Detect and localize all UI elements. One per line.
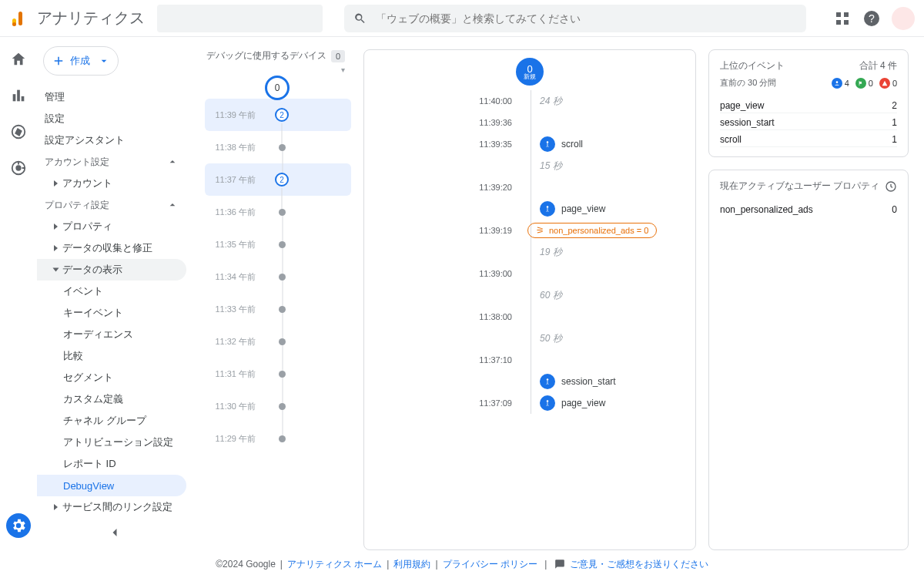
minute-row[interactable]: 11:30 午前 bbox=[205, 390, 351, 422]
svg-rect-11 bbox=[22, 96, 25, 101]
minute-time: 11:39 午前 bbox=[205, 109, 256, 121]
minute-dot bbox=[279, 241, 286, 248]
minute-row[interactable]: 11:36 午前 bbox=[205, 196, 351, 228]
top-event-row[interactable]: page_view2 bbox=[720, 96, 897, 113]
event-name: page_view bbox=[561, 398, 605, 408]
minute-row[interactable]: 11:32 午前 bbox=[205, 325, 351, 358]
stream-row: 11:38:00 bbox=[517, 306, 683, 328]
footer-home-link[interactable]: アナリティクス ホーム bbox=[287, 558, 382, 571]
search-icon bbox=[353, 12, 367, 25]
error-icon bbox=[882, 80, 888, 86]
chip-user[interactable]: 4 bbox=[832, 78, 849, 89]
nav-debugview[interactable]: DebugView bbox=[37, 475, 186, 496]
svg-rect-10 bbox=[17, 90, 20, 102]
app-title: アナリティクス bbox=[37, 8, 145, 29]
stream-timestamp: 11:39:20 bbox=[474, 183, 512, 192]
chip-flag[interactable]: 0 bbox=[855, 78, 873, 89]
property-selector[interactable] bbox=[157, 5, 323, 32]
stream-gap: 50 秒 bbox=[540, 332, 562, 345]
rail-ads-icon[interactable] bbox=[10, 160, 27, 179]
footer-feedback-link[interactable]: ご意見・ご感想をお送りください bbox=[570, 558, 708, 571]
user-property-pill[interactable]: ⚞non_personalized_ads = 0 bbox=[527, 223, 657, 238]
minute-dot bbox=[279, 403, 286, 410]
nav-data-display[interactable]: データの表示 bbox=[37, 259, 186, 281]
plus-icon bbox=[52, 54, 65, 68]
right-column: 上位のイベント 合計 4 件 直前の 30 分間 4 0 0 page_view… bbox=[708, 49, 909, 550]
user-property-row[interactable]: non_personalized_ads0 bbox=[720, 200, 897, 217]
debug-device-selector[interactable]: デバッグに使用するデバイス 0 bbox=[205, 49, 351, 62]
footer-privacy-link[interactable]: プライバシー ポリシー bbox=[443, 558, 537, 571]
stream-row[interactable]: page_view bbox=[517, 198, 683, 220]
stream-row[interactable]: 11:39:35scroll bbox=[517, 133, 683, 155]
feedback-icon bbox=[554, 559, 565, 570]
nav-segments[interactable]: セグメント bbox=[37, 367, 186, 388]
minute-row[interactable]: 11:29 午前 bbox=[205, 422, 351, 455]
nav-service-links[interactable]: サービス間のリンク設定 bbox=[37, 496, 186, 518]
help-icon[interactable]: ? bbox=[862, 9, 881, 28]
stream-row: 11:39:36 bbox=[517, 112, 683, 133]
apps-icon[interactable] bbox=[833, 9, 852, 28]
nav-custom-def[interactable]: カスタム定義 bbox=[37, 388, 186, 410]
svg-point-19 bbox=[835, 81, 838, 83]
minute-row[interactable]: 11:33 午前 bbox=[205, 293, 351, 325]
stream-row[interactable]: 11:37:09page_view bbox=[517, 392, 683, 414]
svg-rect-1 bbox=[18, 12, 22, 25]
rail-admin-icon[interactable] bbox=[6, 513, 31, 538]
event-name: session_start bbox=[561, 376, 616, 387]
minute-dot bbox=[279, 209, 286, 216]
nav-account-settings-header[interactable]: アカウント設定 bbox=[37, 151, 186, 173]
nav-property[interactable]: プロパティ bbox=[37, 216, 186, 237]
event-name: scroll bbox=[561, 139, 583, 150]
stream-row[interactable]: 11:39:19⚞non_personalized_ads = 0 bbox=[517, 220, 683, 241]
chip-error[interactable]: 0 bbox=[879, 78, 897, 89]
rail-reports-icon[interactable] bbox=[10, 87, 27, 106]
nav-audiences[interactable]: オーディエンス bbox=[37, 324, 186, 345]
main-content: デバッグに使用するデバイス 0 ▾ 0 11:39 午前211:38 午前11:… bbox=[192, 37, 924, 550]
nav-data-collection[interactable]: データの収集と修正 bbox=[37, 237, 186, 259]
create-button[interactable]: 作成 bbox=[43, 46, 119, 76]
minute-row[interactable]: 11:38 午前 bbox=[205, 131, 351, 163]
nav-attribution[interactable]: アトリビューション設定 bbox=[37, 432, 186, 453]
minute-time: 11:37 午前 bbox=[205, 174, 256, 186]
minute-dot bbox=[279, 435, 286, 442]
person-icon bbox=[834, 80, 840, 86]
nav-account[interactable]: アカウント bbox=[37, 173, 186, 194]
rail-home-icon[interactable] bbox=[10, 51, 27, 70]
collapse-sidenav-button[interactable] bbox=[37, 525, 192, 543]
top-event-count: 1 bbox=[892, 134, 897, 145]
nav-compare[interactable]: 比較 bbox=[37, 345, 186, 367]
history-icon[interactable] bbox=[885, 180, 897, 193]
nav-channel-groups[interactable]: チャネル グループ bbox=[37, 410, 186, 432]
top-event-name: scroll bbox=[720, 134, 742, 145]
minute-row[interactable]: 11:31 午前 bbox=[205, 358, 351, 390]
triangle-right-icon bbox=[54, 504, 58, 510]
minute-dot bbox=[279, 371, 286, 378]
top-event-row[interactable]: session_start1 bbox=[720, 113, 897, 130]
nav-events[interactable]: イベント bbox=[37, 281, 186, 302]
debug-device-dropdown-icon[interactable]: ▾ bbox=[205, 66, 351, 74]
stream-row[interactable]: session_start bbox=[517, 371, 683, 392]
avatar[interactable] bbox=[892, 7, 915, 30]
minute-row[interactable]: 11:34 午前 bbox=[205, 260, 351, 293]
nav-admin[interactable]: 管理 bbox=[37, 86, 186, 108]
minute-row[interactable]: 11:39 午前2 bbox=[205, 99, 351, 131]
nav-settings[interactable]: 設定 bbox=[37, 108, 186, 129]
top-event-row[interactable]: scroll1 bbox=[720, 130, 897, 147]
nav-report-id[interactable]: レポート ID bbox=[37, 453, 186, 475]
rail-explore-icon[interactable] bbox=[10, 123, 27, 143]
nav-property-settings-header[interactable]: プロパティ設定 bbox=[37, 194, 186, 216]
minute-row[interactable]: 11:37 午前2 bbox=[205, 163, 351, 196]
svg-point-16 bbox=[547, 206, 549, 208]
search-box[interactable] bbox=[344, 5, 806, 32]
footer-terms-link[interactable]: 利用規約 bbox=[393, 558, 430, 571]
search-input[interactable] bbox=[376, 12, 797, 25]
stream-timestamp: 11:39:00 bbox=[474, 269, 512, 278]
nav-key-events[interactable]: キーイベント bbox=[37, 302, 186, 324]
minute-row[interactable]: 11:35 午前 bbox=[205, 228, 351, 260]
nav-assistant[interactable]: 設定アシスタント bbox=[37, 129, 186, 151]
debug-device-label: デバッグに使用するデバイス bbox=[206, 49, 326, 62]
svg-rect-5 bbox=[836, 20, 841, 25]
stream-row: 50 秒 bbox=[517, 328, 683, 349]
triangle-down-icon bbox=[53, 268, 59, 272]
top-event-count: 1 bbox=[892, 117, 897, 128]
